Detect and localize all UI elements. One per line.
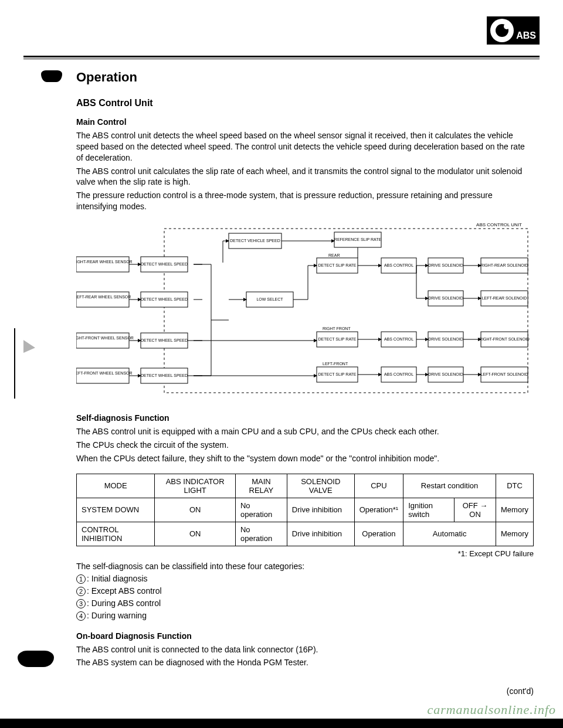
- body-text: The pressure reduction control is a thre…: [76, 190, 534, 212]
- body-text: The ABS control unit is connected to the…: [76, 644, 534, 655]
- body-text: The ABS control unit calculates the slip…: [76, 166, 534, 188]
- cell-dtc: Memory: [496, 498, 534, 522]
- svg-text:DETECT WHEEL SPEED: DETECT WHEEL SPEED: [141, 297, 188, 301]
- cell-relay: No operation: [235, 522, 287, 546]
- svg-text:ABS CONTROL: ABS CONTROL: [384, 263, 413, 267]
- svg-text:ABS CONTROL: ABS CONTROL: [384, 337, 413, 341]
- footer-bar: [0, 719, 563, 728]
- svg-text:DETECT SLIP RATE: DETECT SLIP RATE: [318, 372, 357, 376]
- svg-text:LEFT-REAR SOLENOID: LEFT-REAR SOLENOID: [482, 296, 527, 300]
- svg-text:DRIVE SOLENOID: DRIVE SOLENOID: [428, 372, 463, 376]
- cell-valve: Drive inhibition: [287, 522, 354, 546]
- col-valve: SOLENOID VALVE: [287, 474, 354, 498]
- thumb-tab-icon: [41, 70, 62, 82]
- svg-text:DETECT SLIP RATE: DETECT SLIP RATE: [318, 263, 357, 267]
- main-control-title: Main Control: [76, 117, 534, 128]
- onboard-title: On-board Diagnosis Function: [76, 631, 534, 642]
- cell-restart: Automatic: [403, 522, 496, 546]
- svg-text:LEFT-FRONT WHEEL SENSOR: LEFT-FRONT WHEEL SENSOR: [76, 371, 133, 375]
- body-text: The ABS control unit is equipped with a …: [76, 426, 534, 437]
- sensor-left-front: LEFT-FRONT WHEEL SENSOR: [76, 368, 133, 383]
- svg-text:DETECT VEHICLE SPEED: DETECT VEHICLE SPEED: [230, 239, 280, 243]
- cell-mode: SYSTEM DOWN: [77, 498, 155, 522]
- svg-text:LEFT-FRONT: LEFT-FRONT: [323, 362, 348, 366]
- svg-text:LOW SELECT: LOW SELECT: [256, 297, 283, 301]
- categories-section: The self-diagnosis can be classifield in…: [76, 561, 534, 621]
- sensor-left-rear: LEFT-REAR WHEEL SENSOR: [76, 292, 131, 307]
- continued-label: (cont'd): [76, 686, 534, 697]
- col-cpu: CPU: [354, 474, 403, 498]
- svg-text:RIGHT-REAR SOLENOID: RIGHT-REAR SOLENOID: [480, 263, 528, 267]
- cell-restart-a: Ignition switch: [403, 498, 455, 522]
- table-row: SYSTEM DOWN ON No operation Drive inhibi…: [77, 498, 534, 522]
- watermark: carmanualsonline.info: [427, 702, 556, 717]
- svg-rect-1: [76, 257, 129, 272]
- svg-text:DETECT WHEEL SPEED: DETECT WHEEL SPEED: [141, 338, 188, 342]
- svg-rect-3: [76, 292, 129, 307]
- cell-dtc: Memory: [496, 522, 534, 546]
- svg-text:LEFT-FRONT SOLENOID: LEFT-FRONT SOLENOID: [480, 372, 528, 376]
- cell-restart-b: OFF → ON: [455, 498, 496, 522]
- sensor-right-rear: RIGHT-REAR WHEEL SENSOR: [76, 257, 133, 272]
- svg-text:RIGHT-FRONT SOLENOID: RIGHT-FRONT SOLENOID: [479, 337, 530, 341]
- svg-text:REAR: REAR: [328, 253, 340, 257]
- svg-rect-7: [76, 368, 129, 383]
- col-restart: Restart condition: [403, 474, 496, 498]
- svg-text:DETECT WHEEL SPEED: DETECT WHEEL SPEED: [141, 262, 188, 266]
- category-item: 4: During warning: [76, 610, 534, 621]
- cell-cpu: Operation: [354, 522, 403, 546]
- abs-badge-label: ABS: [516, 30, 536, 41]
- body-text: The ABS control unit detects the wheel s…: [76, 130, 534, 164]
- main-control-section: Main Control The ABS control unit detect…: [76, 117, 534, 212]
- svg-text:RIGHT FRONT: RIGHT FRONT: [323, 326, 351, 331]
- table-header-row: MODE ABS INDICATOR LIGHT MAIN RELAY SOLE…: [77, 474, 534, 498]
- col-dtc: DTC: [496, 474, 534, 498]
- onboard-section: On-board Diagnosis Function The ABS cont…: [76, 631, 534, 669]
- divider-thick: [23, 56, 540, 57]
- col-mode: MODE: [77, 474, 155, 498]
- category-item: 3: During ABS control: [76, 598, 534, 609]
- diagram-title: ABS CONTROL UNIT: [476, 222, 522, 227]
- svg-rect-5: [76, 333, 129, 348]
- cell-cpu: Operation*¹: [354, 498, 403, 522]
- table-footnote: *1: Except CPU failure: [76, 549, 534, 559]
- svg-text:LEFT-REAR WHEEL SENSOR: LEFT-REAR WHEEL SENSOR: [76, 295, 131, 299]
- self-diag-title: Self-diagnosis Function: [76, 413, 534, 424]
- categories-intro: The self-diagnosis can be classifield in…: [76, 561, 534, 572]
- self-diagnosis-section: Self-diagnosis Function The ABS control …: [76, 413, 534, 464]
- sensor-right-front: RIGHT-FRONT WHEEL SENSOR: [76, 333, 134, 348]
- col-light: ABS INDICATOR LIGHT: [155, 474, 236, 498]
- category-item: 1: Initial diagnosis: [76, 573, 534, 584]
- wheel-icon: [490, 19, 514, 42]
- divider-thin: [23, 59, 540, 59]
- body-text: The CPUs check the circuit of the system…: [76, 440, 534, 451]
- svg-text:DRIVE SOLENOID: DRIVE SOLENOID: [428, 337, 463, 341]
- cell-relay: No operation: [235, 498, 287, 522]
- abs-badge: ABS: [487, 16, 540, 45]
- body-text: When the CPUs detect failure, they shift…: [76, 453, 534, 464]
- svg-text:REFERENCE SLIP RATE: REFERENCE SLIP RATE: [334, 237, 382, 241]
- svg-text:RIGHT-REAR WHEEL SENSOR: RIGHT-REAR WHEEL SENSOR: [76, 260, 133, 264]
- col-relay: MAIN RELAY: [235, 474, 287, 498]
- svg-text:DETECT SLIP RATE: DETECT SLIP RATE: [318, 337, 357, 341]
- section-title: ABS Control Unit: [76, 98, 534, 108]
- cell-light: ON: [155, 498, 236, 522]
- cell-valve: Drive inhibition: [287, 498, 354, 522]
- modes-table: MODE ABS INDICATOR LIGHT MAIN RELAY SOLE…: [76, 474, 534, 546]
- svg-text:DRIVE SOLENOID: DRIVE SOLENOID: [428, 263, 463, 267]
- svg-text:RIGHT-FRONT WHEEL SENSOR: RIGHT-FRONT WHEEL SENSOR: [76, 336, 134, 340]
- binding-mark: [14, 328, 15, 399]
- table-row: CONTROL INHIBITION ON No operation Drive…: [77, 522, 534, 546]
- svg-text:DRIVE SOLENOID: DRIVE SOLENOID: [428, 296, 463, 300]
- abs-control-diagram: ABS CONTROL UNIT RIGHT-REAR WHEEL SENSOR…: [76, 222, 534, 397]
- cell-mode: CONTROL INHIBITION: [77, 522, 155, 546]
- body-text: The ABS system can be diagnosed with the…: [76, 657, 534, 668]
- svg-text:ABS CONTROL: ABS CONTROL: [384, 372, 413, 376]
- category-item: 2: Except ABS control: [76, 586, 534, 597]
- thumb-tab-icon: [18, 651, 54, 667]
- svg-text:DETECT WHEEL SPEED: DETECT WHEEL SPEED: [141, 373, 188, 377]
- page-title: Operation: [76, 70, 534, 85]
- cell-light: ON: [155, 522, 236, 546]
